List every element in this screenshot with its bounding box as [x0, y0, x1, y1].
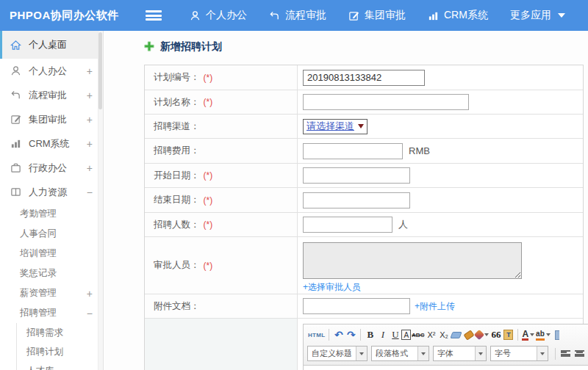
expand-icon[interactable]: +: [87, 65, 93, 77]
underline-button[interactable]: U: [389, 328, 401, 341]
strikethrough-button[interactable]: ABC: [411, 328, 425, 341]
subscript-button[interactable]: X₂: [437, 328, 450, 341]
sidebar-item-rewards[interactable]: 奖惩记录: [0, 264, 103, 283]
attachment-upload-link[interactable]: +附件上传: [415, 300, 455, 313]
font-size-combobox[interactable]: 字号: [490, 346, 548, 361]
add-plus-icon: [144, 41, 154, 54]
start-date-input[interactable]: [303, 167, 410, 184]
bold-button[interactable]: B: [364, 328, 376, 341]
top-bar: PHPOA协同办公软件 个人办公 流程审批 集团审批 CRM系统: [0, 0, 588, 31]
bar-chart-icon: [10, 138, 23, 149]
sidebar-item-hr[interactable]: 人力资源 −: [0, 180, 103, 204]
bar-chart-icon: [428, 10, 439, 21]
redo-icon[interactable]: ↷: [345, 328, 357, 341]
align-center-icon[interactable]: [574, 349, 585, 358]
font-color-button[interactable]: A: [521, 328, 535, 341]
nav-workflow-approval[interactable]: 流程审批: [269, 9, 326, 22]
fee-unit: RMB: [409, 145, 430, 156]
book-icon: [10, 186, 23, 197]
form-row-plan-name: 计划名称： (*): [145, 90, 583, 115]
expand-icon[interactable]: +: [87, 138, 93, 150]
sidebar-item-recruit-demand[interactable]: 招聘需求: [17, 323, 103, 342]
format-brush-icon[interactable]: [462, 328, 475, 341]
italic-button[interactable]: I: [376, 328, 389, 341]
paste-plain-icon[interactable]: T: [502, 328, 514, 341]
sidebar-subitem-label: 培训管理: [20, 247, 57, 260]
expand-icon[interactable]: +: [87, 162, 93, 174]
sidebar-item-personal-office[interactable]: 个人办公 +: [0, 59, 103, 83]
sidebar-subitem-label: 考勤管理: [20, 208, 57, 220]
nav-personal-office[interactable]: 个人办公: [190, 9, 247, 22]
home-icon: [10, 40, 23, 51]
sidebar-item-personal-desktop[interactable]: 个人桌面: [0, 31, 103, 59]
sidebar-item-training[interactable]: 培训管理: [0, 244, 103, 264]
sidebar-item-label: 流程审批: [29, 89, 67, 102]
highlight-color-button[interactable]: ab: [535, 328, 551, 341]
headcount-input[interactable]: [303, 217, 392, 233]
required-mark: (*): [204, 220, 213, 230]
editor-toolbar-row1: HTML ↶ ↷ B I U A ABC X² X₂: [307, 326, 588, 344]
flow-arrow-icon: [10, 90, 23, 101]
user-icon: [10, 65, 23, 76]
align-left-icon[interactable]: [560, 349, 571, 358]
nav-group-approval[interactable]: 集团审批: [348, 9, 406, 22]
sidebar-item-label: 行政办公: [29, 162, 67, 175]
app-logo: PHPOA协同办公软件: [0, 9, 126, 23]
expand-icon[interactable]: +: [87, 114, 93, 126]
superscript-button[interactable]: X²: [425, 328, 437, 341]
html-source-button[interactable]: HTML: [307, 328, 326, 341]
sidebar-subitem-label: 招聘需求: [26, 327, 63, 339]
rich-text-editor: HTML ↶ ↷ B I U A ABC X² X₂: [303, 324, 588, 370]
nav-label: 个人办公: [206, 9, 247, 22]
edit-square-icon: [10, 114, 23, 125]
sidebar-item-recruitment[interactable]: 招聘管理 −: [0, 303, 103, 323]
paragraph-format-combobox[interactable]: 段落格式: [371, 346, 429, 361]
form-row-attachment: 附件文档： +附件上传: [145, 294, 583, 319]
approver-textarea[interactable]: [303, 242, 522, 279]
sidebar-subitem-label: 人才库: [26, 365, 54, 370]
sidebar-subitem-label: 薪资管理: [20, 287, 57, 300]
nav-label: CRM系统: [444, 9, 488, 22]
plan-number-input[interactable]: [303, 70, 425, 86]
expand-icon[interactable]: +: [87, 90, 93, 101]
undo-icon[interactable]: ↶: [332, 328, 345, 341]
combo-caret-icon: [537, 347, 548, 360]
recruitment-submenu: 招聘需求 招聘计划 人才库: [16, 323, 103, 370]
eraser-icon[interactable]: [450, 328, 462, 341]
form-row-editor: HTML ↶ ↷ B I U A ABC X² X₂: [145, 319, 583, 370]
channel-select-value: 请选择渠道: [306, 120, 354, 133]
sidebar-item-admin-office[interactable]: 行政办公 +: [0, 156, 103, 180]
border-text-button[interactable]: A: [401, 330, 411, 340]
channel-select[interactable]: 请选择渠道: [303, 119, 368, 134]
fee-input[interactable]: [303, 143, 403, 159]
sidebar-scrollbar[interactable]: [98, 31, 103, 370]
hamburger-menu-icon[interactable]: [146, 10, 162, 21]
sidebar-item-crm[interactable]: CRM系统 +: [0, 131, 103, 156]
sidebar-item-attendance[interactable]: 考勤管理: [0, 204, 103, 224]
editor-content-area[interactable]: [303, 366, 588, 370]
custom-title-combobox[interactable]: 自定义标题: [307, 346, 368, 361]
end-date-input[interactable]: [303, 192, 410, 208]
field-label: 结束日期： (*): [145, 188, 298, 212]
nav-crm-system[interactable]: CRM系统: [428, 9, 488, 22]
sidebar-item-hr-contract[interactable]: 人事合同: [0, 224, 103, 244]
collapse-icon[interactable]: −: [87, 186, 93, 198]
font-family-combobox[interactable]: 字体: [433, 346, 487, 361]
expand-icon[interactable]: +: [87, 288, 93, 300]
select-approver-link[interactable]: +选择审批人员: [303, 281, 361, 294]
attachment-input[interactable]: [303, 298, 410, 314]
sidebar-item-workflow-approval[interactable]: 流程审批 +: [0, 83, 103, 107]
autotypeset-icon[interactable]: [475, 328, 490, 341]
field-label-empty: [145, 319, 298, 370]
plan-name-input[interactable]: [303, 94, 469, 110]
collapse-icon[interactable]: −: [87, 308, 93, 319]
field-label: 招聘人数： (*): [145, 213, 298, 236]
form-row-fee: 招聘费用： RMB: [145, 139, 583, 164]
clipped-toolbar-icon[interactable]: [551, 328, 564, 341]
sidebar-item-talent-pool[interactable]: 人才库: [17, 361, 103, 370]
sidebar-item-recruit-plan[interactable]: 招聘计划: [17, 342, 103, 361]
sidebar-item-group-approval[interactable]: 集团审批 +: [0, 107, 103, 131]
sidebar-item-salary[interactable]: 薪资管理 +: [0, 283, 103, 303]
blockquote-button[interactable]: 66: [490, 328, 502, 341]
nav-more-apps[interactable]: 更多应用: [510, 9, 565, 22]
